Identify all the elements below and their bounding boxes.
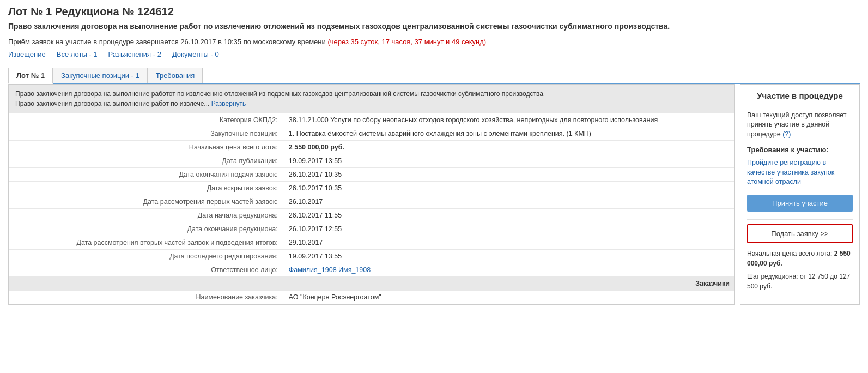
notice-text: Приём заявок на участие в процедуре заве…: [8, 38, 860, 46]
section-zakazchiki-label: Заказчики: [9, 276, 734, 290]
right-panel-title: Участие в процедуре: [740, 85, 859, 105]
right-panel: Участие в процедуре Ваш текущий доступ п…: [740, 84, 860, 305]
responsible-link[interactable]: Фамилия_1908 Имя_1908: [289, 266, 371, 274]
page-subtitle: Право заключения договора на выполнение …: [8, 21, 860, 32]
table-row-review2-date: Дата рассмотрения вторых частей заявок и…: [9, 236, 734, 249]
description-line2: Право заключения договора на выполнение …: [15, 100, 209, 107]
left-panel: Право заключения договора на выполнение …: [8, 84, 735, 305]
label-end-date: Дата окончания подачи заявок:: [9, 167, 284, 181]
price-info: Начальная цена всего лота: 2 550 000,00 …: [747, 249, 853, 268]
value-customer: АО "Концерн Росэнергоатом": [284, 290, 734, 304]
description-box: Право заключения договора на выполнение …: [9, 85, 734, 113]
label-review2-date: Дата рассмотрения вторых частей заявок и…: [9, 236, 284, 249]
label-responsible: Ответственное лицо:: [9, 263, 284, 276]
table-row-section-zakazchiki: Заказчики: [9, 276, 734, 290]
nav-link-documents[interactable]: Документы - 0: [172, 50, 219, 58]
submit-button[interactable]: Подать заявку >>: [747, 224, 853, 243]
tab-lot1[interactable]: Лот № 1: [8, 68, 53, 84]
table-row-reduktion-end: Дата окончания редукциона: 26.10.2017 12…: [9, 222, 734, 236]
table-row-reduktion-start: Дата начала редукциона: 26.10.2017 11:55: [9, 208, 734, 222]
right-panel-body: Ваш текущий доступ позволяет принять уча…: [740, 105, 859, 297]
label-last-edited: Дата последнего редактирования:: [9, 249, 284, 263]
label-price: Начальная цена всего лота:: [9, 140, 284, 154]
table-row-responsible: Ответственное лицо: Фамилия_1908 Имя_190…: [9, 263, 734, 276]
table-row-open-date: Дата вскрытия заявок: 26.10.2017 10:35: [9, 181, 734, 195]
divider: [747, 219, 853, 220]
value-pub-date: 19.09.2017 13:55: [284, 154, 734, 167]
participate-button[interactable]: Принять участие: [747, 195, 853, 212]
table-row-end-date: Дата окончания подачи заявок: 26.10.2017…: [9, 167, 734, 181]
access-text: Ваш текущий доступ позволяет принять уча…: [747, 111, 853, 140]
table-row-customer: Наименование заказчика: АО "Концерн Росэ…: [9, 290, 734, 304]
tabs-row: Лот № 1 Закупочные позиции - 1 Требовани…: [8, 68, 860, 84]
table-row-okpd: Категория ОКПД2: 38.11.21.000 Услуги по …: [9, 113, 734, 127]
value-open-date: 26.10.2017 10:35: [284, 181, 734, 195]
nav-link-all-lots[interactable]: Все лоты - 1: [57, 50, 98, 58]
table-row-pub-date: Дата публикации: 19.09.2017 13:55: [9, 154, 734, 167]
value-responsible: Фамилия_1908 Имя_1908: [284, 263, 734, 276]
page-container: Лот № 1 Редукциона № 124612 Право заключ…: [0, 0, 868, 310]
label-okpd: Категория ОКПД2:: [9, 113, 284, 127]
table-row-last-edited: Дата последнего редактирования: 19.09.20…: [9, 249, 734, 263]
table-row-positions: Закупочные позиции: 1. Поставка ёмкостей…: [9, 127, 734, 140]
question-mark[interactable]: (?): [782, 130, 791, 138]
label-customer: Наименование заказчика:: [9, 290, 284, 304]
value-review2-date: 29.10.2017: [284, 236, 734, 249]
label-reduktion-end: Дата окончания редукциона:: [9, 222, 284, 236]
nav-link-explanations[interactable]: Разъяснения - 2: [108, 50, 161, 58]
step-label: Шаг редукциона:: [747, 273, 798, 280]
value-review1-date: 26.10.2017: [284, 195, 734, 208]
reg-link[interactable]: Пройдите регистрацию в качестве участник…: [747, 158, 853, 187]
requirements-title: Требования к участию:: [747, 146, 853, 154]
page-title: Лот № 1 Редукциона № 124612: [8, 5, 860, 18]
nav-link-notice[interactable]: Извещение: [8, 50, 46, 58]
step-info: Шаг редукциона: от 12 750 до 127 500 руб…: [747, 272, 853, 291]
value-reduktion-end: 26.10.2017 12:55: [284, 222, 734, 236]
value-price: 2 550 000,00 руб.: [284, 140, 734, 154]
main-layout: Право заключения договора на выполнение …: [8, 84, 860, 305]
tab-requirements[interactable]: Требования: [148, 68, 203, 83]
tab-purchase-positions[interactable]: Закупочные позиции - 1: [53, 68, 148, 83]
value-last-edited: 19.09.2017 13:55: [284, 249, 734, 263]
value-end-date: 26.10.2017 10:35: [284, 167, 734, 181]
value-reduktion-start: 26.10.2017 11:55: [284, 208, 734, 222]
value-positions: 1. Поставка ёмкостей системы аварийного …: [284, 127, 734, 140]
label-open-date: Дата вскрытия заявок:: [9, 181, 284, 195]
notice-prefix: Приём заявок на участие в процедуре заве…: [8, 38, 326, 46]
value-okpd: 38.11.21.000 Услуги по сбору неопасных о…: [284, 113, 734, 127]
label-positions: Закупочные позиции:: [9, 127, 284, 140]
price-label: Начальная цена всего лота:: [747, 250, 832, 257]
info-table: Категория ОКПД2: 38.11.21.000 Услуги по …: [9, 113, 734, 304]
description-line1: Право заключения договора на выполнение …: [15, 90, 545, 98]
label-pub-date: Дата публикации:: [9, 154, 284, 167]
notice-countdown: (через 35 суток, 17 часов, 37 минут и 49…: [327, 38, 486, 46]
table-row-price: Начальная цена всего лота: 2 550 000,00 …: [9, 140, 734, 154]
label-reduktion-start: Дата начала редукциона:: [9, 208, 284, 222]
label-review1-date: Дата рассмотрения первых частей заявок:: [9, 195, 284, 208]
table-row-review1-date: Дата рассмотрения первых частей заявок: …: [9, 195, 734, 208]
expand-link[interactable]: Развернуть: [211, 100, 246, 107]
nav-links: Извещение Все лоты - 1 Разъяснения - 2 Д…: [8, 50, 860, 61]
access-text-content: Ваш текущий доступ позволяет принять уча…: [747, 111, 847, 138]
